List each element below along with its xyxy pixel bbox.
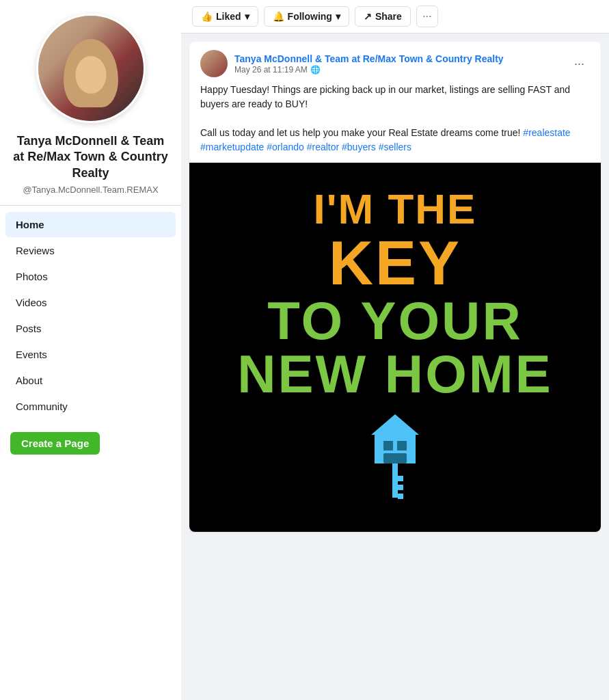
create-page-button[interactable]: Create a Page xyxy=(10,432,100,455)
post-meta: Tanya McDonnell & Team at Re/Max Town & … xyxy=(234,53,569,75)
post-text-line2: Call us today and let us help you make y… xyxy=(200,126,590,154)
thumbs-up-icon: 👍 xyxy=(201,11,213,22)
hashtag-buyers[interactable]: #buyers xyxy=(342,142,376,152)
post-author[interactable]: Tanya McDonnell & Team at Re/Max Town & … xyxy=(234,53,504,64)
following-label: Following xyxy=(288,11,332,22)
nav-item-videos[interactable]: Videos xyxy=(0,290,181,315)
post-image-line2: KEY xyxy=(329,232,461,294)
svg-rect-4 xyxy=(383,453,407,463)
page-handle: @Tanya.McDonnell.Team.REMAX xyxy=(0,185,181,205)
nav-link-community[interactable]: Community xyxy=(5,394,176,419)
post-options: ··· xyxy=(569,54,590,74)
hashtag-realtor[interactable]: #realtor xyxy=(307,142,339,152)
nav-list: Home Reviews Photos Videos Posts Events … xyxy=(0,206,181,425)
nav-link-reviews[interactable]: Reviews xyxy=(5,238,176,263)
post-image-line1: I'M THE xyxy=(314,186,477,232)
nav-item-events[interactable]: Events xyxy=(0,342,181,367)
nav-link-about[interactable]: About xyxy=(5,368,176,393)
following-chevron-icon: ▾ xyxy=(336,11,340,22)
more-dots-icon: ··· xyxy=(422,10,431,23)
post-header: Tanya McDonnell & Team at Re/Max Town & … xyxy=(189,42,601,83)
svg-marker-0 xyxy=(371,414,419,435)
post-time: May 26 at 11:19 AM xyxy=(234,65,308,75)
share-icon: ↗ xyxy=(364,11,372,22)
post-timestamp: May 26 at 11:19 AM 🌐 xyxy=(234,65,569,75)
liked-button[interactable]: 👍 Liked ▾ xyxy=(192,6,258,27)
svg-rect-5 xyxy=(392,463,398,498)
nav-link-home[interactable]: Home xyxy=(5,212,176,237)
liked-label: Liked xyxy=(216,11,241,22)
nav-item-home[interactable]: Home xyxy=(0,212,181,237)
hashtag-realestate[interactable]: #realestate xyxy=(523,127,570,138)
post-more-icon[interactable]: ··· xyxy=(569,54,590,74)
post-body: Happy Tuesday! Things are picking back u… xyxy=(189,83,601,163)
bell-icon: 🔔 xyxy=(273,11,284,22)
share-button[interactable]: ↗ Share xyxy=(355,6,411,27)
profile-photo xyxy=(36,14,146,123)
more-options-button[interactable]: ··· xyxy=(416,5,438,27)
nav-link-events[interactable]: Events xyxy=(5,342,176,367)
post-card: Tanya McDonnell & Team at Re/Max Town & … xyxy=(189,42,601,532)
main-content: 👍 Liked ▾ 🔔 Following ▾ ↗ Share ··· xyxy=(181,0,609,700)
svg-rect-2 xyxy=(383,441,393,450)
svg-rect-3 xyxy=(397,441,407,450)
svg-rect-7 xyxy=(398,485,403,490)
nav-item-reviews[interactable]: Reviews xyxy=(0,238,181,263)
svg-rect-8 xyxy=(398,494,403,499)
key-house-icon xyxy=(364,411,426,509)
hashtag-sellers[interactable]: #sellers xyxy=(379,142,411,152)
nav-item-posts[interactable]: Posts xyxy=(0,316,181,341)
post-avatar xyxy=(200,50,228,77)
action-bar: 👍 Liked ▾ 🔔 Following ▾ ↗ Share ··· xyxy=(181,0,609,33)
nav-item-about[interactable]: About xyxy=(0,368,181,393)
nav-item-community[interactable]: Community xyxy=(0,394,181,419)
post-text-line1: Happy Tuesday! Things are picking back u… xyxy=(200,83,590,111)
hashtag-orlando[interactable]: #orlando xyxy=(267,142,304,152)
liked-chevron-icon: ▾ xyxy=(245,11,249,22)
profile-photo-container xyxy=(0,0,181,133)
nav-link-videos[interactable]: Videos xyxy=(5,290,176,315)
post-image-line3: TO YOUR xyxy=(267,294,523,347)
following-button[interactable]: 🔔 Following ▾ xyxy=(264,6,349,27)
share-label: Share xyxy=(375,11,402,22)
sidebar: Tanya McDonnell & Team at Re/Max Town & … xyxy=(0,0,181,700)
nav-link-posts[interactable]: Posts xyxy=(5,316,176,341)
globe-icon: 🌐 xyxy=(310,65,321,75)
post-image-line4: NEW HOME xyxy=(237,347,553,401)
nav-item-photos[interactable]: Photos xyxy=(0,264,181,289)
svg-rect-6 xyxy=(398,476,403,481)
post-image: I'M THE KEY TO YOUR NEW HOME xyxy=(189,163,601,532)
nav-link-photos[interactable]: Photos xyxy=(5,264,176,289)
page-name: Tanya McDonnell & Team at Re/Max Town & … xyxy=(0,133,181,185)
hashtag-marketupdate[interactable]: #marketupdate xyxy=(200,142,264,152)
